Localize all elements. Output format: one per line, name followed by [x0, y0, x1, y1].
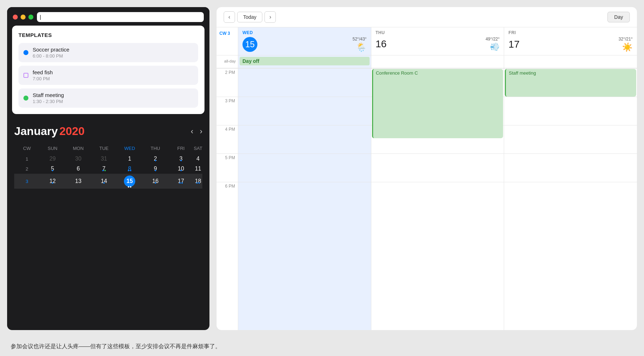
window-titlebar: | — [7, 7, 209, 26]
template-name: Staff meeting — [33, 92, 64, 98]
time-slot-6pm: 6 PM — [217, 182, 238, 210]
col-header-sun: SUN — [40, 144, 65, 154]
event-dot-square — [23, 73, 28, 78]
cw-number: 2 — [14, 164, 40, 174]
mini-cal-title: January 2020 — [14, 125, 84, 138]
day-headers: CW 3 WED 15 52°/43° 🌦️ THU 16 — [217, 27, 637, 55]
view-selector[interactable]: Day — [607, 12, 630, 22]
col-header-mon: MON — [65, 144, 91, 154]
event-title: Staff meeting — [509, 70, 536, 76]
table-row[interactable]: 2 — [143, 154, 168, 164]
today-button[interactable]: Today — [237, 12, 262, 22]
event-dot-green — [23, 96, 28, 101]
all-day-label: all-day — [217, 55, 238, 68]
col-header-tue: TUE — [91, 144, 117, 154]
prev-month-button[interactable]: ‹ — [191, 128, 193, 135]
table-row[interactable]: 4 — [194, 154, 202, 164]
col-header-fri: FRI — [168, 144, 194, 154]
table-row[interactable]: 7 — [91, 164, 117, 174]
template-time: 1:30 - 2:30 PM — [33, 99, 64, 104]
template-info: feed fish 7:00 PM — [33, 69, 53, 81]
table-row[interactable]: 11 — [194, 164, 202, 174]
col-header-cw: CW — [14, 144, 40, 154]
col-header-wed: WED — [117, 144, 143, 154]
mini-cal-nav: ‹ › — [191, 128, 202, 135]
next-month-button[interactable]: › — [200, 128, 202, 135]
minimize-button[interactable] — [21, 15, 26, 20]
grid-col-wed — [238, 68, 371, 330]
all-day-cell-fri — [504, 55, 637, 68]
template-info: Staff meeting 1:30 - 2:30 PM — [33, 92, 64, 104]
list-item[interactable]: Staff meeting 1:30 - 2:30 PM — [18, 88, 198, 108]
year-label: 2020 — [59, 125, 84, 137]
list-item[interactable]: Soccer practice 6:00 - 8:00 PM — [18, 43, 198, 62]
next-button[interactable]: › — [264, 11, 276, 23]
all-day-event-day-off[interactable]: Day off — [240, 57, 370, 65]
prev-button[interactable]: ‹ — [224, 11, 235, 23]
mini-cal-grid: CW SUN MON TUE WED THU FRI SAT 1 — [14, 144, 202, 189]
footer-text: 参加会议也许还是让人头疼——但有了这些模板，至少安排会议不再是件麻烦事了。 — [0, 337, 644, 356]
day-name-wed: WED — [242, 30, 253, 35]
weather-temp-wed: 52°/43° — [353, 37, 367, 42]
cal-toolbar: ‹ Today › Day — [217, 7, 637, 27]
time-slot-4pm: 4 PM — [217, 125, 238, 153]
time-slot-5pm: 5 PM — [217, 153, 238, 182]
right-calendar-panel: ‹ Today › Day CW 3 WED 15 52°/43° 🌦️ — [217, 7, 637, 330]
weather-info-thu: 49°/22° 💨 — [486, 37, 500, 52]
maximize-button[interactable] — [28, 15, 33, 20]
template-info: Soccer practice 6:00 - 8:00 PM — [33, 47, 69, 59]
template-time: 6:00 - 8:00 PM — [33, 53, 69, 59]
table-row[interactable]: 15 — [117, 174, 143, 189]
time-labels: 2 PM 3 PM 4 PM 5 PM 6 PM — [217, 68, 238, 330]
grid-col-fri: Staff meeting — [504, 68, 637, 330]
search-input[interactable]: | — [40, 14, 201, 20]
template-name: feed fish — [33, 69, 53, 75]
event-staff-meeting[interactable]: Staff meeting — [505, 69, 636, 97]
cal-nav: ‹ Today › — [224, 11, 276, 23]
footer-label: 参加会议也许还是让人头疼——但有了这些模板，至少安排会议不再是件麻烦事了。 — [11, 343, 221, 349]
table-row[interactable]: 30 — [65, 154, 91, 164]
event-conference-room[interactable]: Conference Room C — [372, 69, 503, 138]
table-row[interactable]: 31 — [91, 154, 117, 164]
event-dot-blue — [23, 50, 28, 55]
table-row[interactable]: 3 — [168, 154, 194, 164]
table-row[interactable]: 17 — [168, 174, 194, 189]
all-day-cell-wed: Day off — [238, 55, 371, 68]
day-name-thu: THU — [376, 30, 385, 35]
templates-section: TEMPLATES Soccer practice 6:00 - 8:00 PM… — [12, 26, 204, 114]
template-time: 7:00 PM — [33, 76, 53, 81]
table-row[interactable]: 13 — [65, 174, 91, 189]
time-slot-3pm: 3 PM — [217, 97, 238, 125]
day-column-header-thu: THU 16 49°/22° 💨 — [371, 27, 504, 55]
templates-title: TEMPLATES — [18, 32, 198, 38]
table-row[interactable]: 18 — [194, 174, 202, 189]
template-name: Soccer practice — [33, 47, 69, 53]
all-day-cell-thu — [371, 55, 504, 68]
list-item[interactable]: feed fish 7:00 PM — [18, 66, 198, 85]
mini-calendar: January 2020 ‹ › CW SUN MON TUE WED — [7, 119, 209, 330]
event-title: Conference Room C — [376, 70, 418, 76]
search-bar[interactable]: | — [37, 12, 204, 22]
cw-label: CW 3 — [217, 27, 238, 55]
table-row[interactable]: 1 — [117, 154, 143, 164]
mini-cal-header: January 2020 ‹ › — [14, 125, 202, 138]
traffic-lights — [13, 15, 33, 20]
table-row[interactable]: 6 — [65, 164, 91, 174]
table-row[interactable]: 14 — [91, 174, 117, 189]
table-row[interactable]: 9 — [143, 164, 168, 174]
table-row[interactable]: 10 — [168, 164, 194, 174]
day-column-header-wed: WED 15 52°/43° 🌦️ — [238, 27, 371, 55]
table-row[interactable]: 5 — [40, 164, 65, 174]
weather-temp-fri: 32°/21° — [618, 37, 633, 42]
all-day-row: all-day Day off — [217, 55, 637, 68]
table-row[interactable]: 29 — [40, 154, 65, 164]
cw-number: 3 — [14, 174, 40, 189]
time-grid: 2 PM 3 PM 4 PM 5 PM 6 PM — [217, 68, 637, 330]
cw-number: 1 — [14, 154, 40, 164]
close-button[interactable] — [13, 15, 18, 20]
table-row[interactable]: 8 — [117, 164, 143, 174]
table-row[interactable]: 12 — [40, 174, 65, 189]
weather-icon-fri: ☀️ — [622, 42, 633, 52]
weather-icon-thu: 💨 — [490, 42, 500, 52]
table-row[interactable]: 16 — [143, 174, 168, 189]
